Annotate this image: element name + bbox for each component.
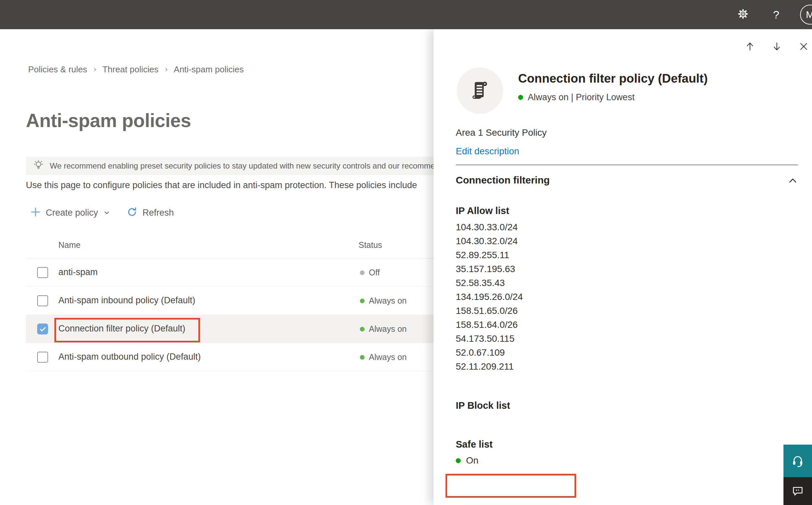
section-connection-filtering: Connection filtering (456, 175, 550, 186)
ip-entry: 104.30.33.0/24 (456, 220, 523, 234)
refresh-label: Refresh (143, 208, 174, 218)
details-panel: Connection filter policy (Default) Alway… (433, 29, 812, 505)
table-row[interactable]: Anti-spam inbound policy (Default) Alway… (26, 287, 451, 315)
policy-status: Always on (360, 343, 407, 371)
topbar: ? M (0, 0, 812, 29)
ip-entry: 54.173.50.115 (456, 332, 523, 346)
ip-entry: 35.157.195.63 (456, 262, 523, 276)
gear-icon (737, 8, 749, 22)
check-icon (39, 325, 47, 333)
status-dot-green (518, 95, 523, 100)
support-button[interactable] (784, 445, 812, 477)
refresh-icon (127, 207, 137, 219)
app-root: ? M Policies & rules Threat policies Ant… (0, 0, 812, 505)
edit-description-link[interactable]: Edit description (456, 146, 519, 157)
table-row[interactable]: anti-spam Off (26, 259, 451, 287)
help-icon: ? (773, 8, 780, 21)
policy-status: Always on (360, 287, 407, 315)
status-dot (360, 355, 365, 360)
safe-list-status: On (456, 455, 478, 466)
table-row[interactable]: Anti-spam outbound policy (Default) Alwa… (26, 343, 451, 371)
column-header-name[interactable]: Name (58, 240, 80, 250)
ip-entry: 158.51.64.0/26 (456, 318, 523, 332)
status-label: Always on (369, 324, 407, 334)
status-label: Always on (369, 296, 407, 306)
scroll-icon (468, 78, 492, 103)
previous-item-button[interactable] (744, 41, 756, 52)
lightbulb-icon (32, 159, 44, 173)
ip-entry: 52.0.67.109 (456, 346, 523, 360)
chevron-right-icon (164, 64, 169, 75)
chevron-up-icon[interactable] (787, 175, 798, 188)
feedback-button[interactable] (784, 477, 812, 505)
ip-entry: 52.58.35.43 (456, 276, 523, 290)
close-icon (798, 41, 809, 52)
create-policy-label: Create policy (46, 208, 98, 218)
headset-icon (790, 453, 805, 469)
policy-avatar (457, 67, 503, 114)
breadcrumb: Policies & rules Threat policies Anti-sp… (28, 64, 244, 75)
policy-name[interactable]: anti-spam (58, 267, 98, 278)
avatar-initial: M (806, 9, 812, 20)
table-row-selected[interactable]: Connection filter policy (Default) Alway… (26, 315, 451, 343)
close-panel-button[interactable] (798, 41, 809, 52)
row-checkbox-checked[interactable] (37, 324, 48, 334)
arrow-down-icon (771, 41, 783, 52)
row-checkbox[interactable] (37, 352, 48, 363)
help-button[interactable]: ? (767, 5, 786, 24)
safe-list-status-text: On (466, 455, 478, 466)
chevron-down-icon (103, 209, 111, 218)
policy-description: Area 1 Security Policy (456, 127, 547, 138)
panel-actions (744, 41, 809, 52)
policy-name[interactable]: Anti-spam inbound policy (Default) (58, 295, 195, 306)
refresh-button[interactable]: Refresh (127, 207, 174, 219)
status-dot (360, 327, 365, 331)
next-item-button[interactable] (771, 41, 783, 52)
policy-name[interactable]: Anti-spam outbound policy (Default) (58, 352, 201, 362)
policies-table: Name Status anti-spam Off Anti-spam inbo… (26, 232, 451, 371)
panel-status-text: Always on | Priority Lowest (528, 92, 634, 103)
plus-icon (30, 207, 40, 218)
ip-entry: 52.11.209.211 (456, 360, 523, 374)
settings-button[interactable] (734, 5, 752, 24)
feedback-bubble-icon (791, 484, 804, 498)
policy-status: Off (360, 259, 380, 287)
policy-status: Always on (360, 315, 407, 343)
ip-allow-list-label: IP Allow list (456, 205, 509, 216)
create-policy-button[interactable]: Create policy (30, 207, 111, 218)
panel-status: Always on | Priority Lowest (518, 92, 634, 103)
row-checkbox[interactable] (37, 267, 48, 278)
ip-entry: 134.195.26.0/24 (456, 290, 523, 304)
breadcrumb-policies-rules[interactable]: Policies & rules (28, 64, 87, 75)
status-dot (360, 299, 365, 303)
status-dot-green (456, 458, 461, 463)
status-label: Always on (369, 352, 407, 362)
arrow-up-icon (744, 41, 756, 52)
list-toolbar: Create policy Refresh (30, 205, 174, 220)
status-dot (360, 271, 365, 275)
page-title: Anti-spam policies (26, 110, 191, 131)
chevron-right-icon (92, 64, 97, 75)
annotation-red-box (445, 474, 576, 498)
divider (456, 165, 798, 165)
page-description: Use this page to configure policies that… (26, 180, 437, 190)
breadcrumb-threat-policies[interactable]: Threat policies (103, 64, 159, 75)
row-checkbox[interactable] (37, 295, 48, 306)
banner-text: We recommend enabling preset security po… (50, 161, 435, 171)
ip-entry: 104.30.32.0/24 (456, 234, 523, 248)
ip-block-list-label: IP Block list (456, 400, 510, 411)
ip-allow-list: 104.30.33.0/24 104.30.32.0/24 52.89.255.… (456, 220, 523, 374)
policy-name[interactable]: Connection filter policy (Default) (58, 324, 185, 334)
topbar-actions: ? M (734, 0, 812, 29)
status-label: Off (369, 268, 380, 278)
table-header: Name Status (26, 232, 451, 259)
account-avatar[interactable]: M (800, 5, 812, 25)
ip-entry: 52.89.255.11 (456, 248, 523, 262)
breadcrumb-current-page: Anti-spam policies (174, 64, 244, 75)
safe-list-label: Safe list (456, 439, 492, 450)
ip-entry: 158.51.65.0/26 (456, 304, 523, 318)
recommendation-banner: We recommend enabling preset security po… (26, 157, 451, 175)
column-header-status[interactable]: Status (359, 240, 382, 250)
panel-title: Connection filter policy (Default) (518, 72, 707, 86)
